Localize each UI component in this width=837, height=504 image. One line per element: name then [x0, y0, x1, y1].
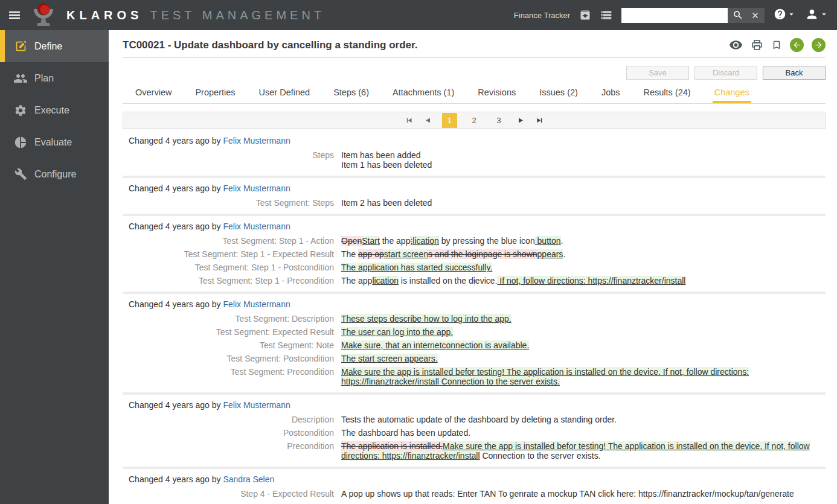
page-button-2[interactable]: 2	[467, 113, 482, 128]
project-link[interactable]: Finance Tracker	[514, 11, 570, 20]
change-value-line: Make sure the app is installed befor tes…	[341, 367, 818, 386]
change-block: Changed 4 years ago by Felix MustermannT…	[123, 292, 826, 392]
tab-changes[interactable]: Changes	[713, 85, 751, 103]
bookmark-icon[interactable]	[771, 39, 782, 51]
change-header: Changed 4 years ago by Sandra Selen	[129, 474, 826, 485]
tab-attachments-1[interactable]: Attachments (1)	[391, 85, 456, 103]
tab-overview[interactable]: Overview	[133, 85, 173, 103]
change-row-label: Test Segment: Step 1 - Expected Result	[129, 249, 334, 259]
discard-button[interactable]: Discard	[694, 66, 757, 80]
inserted-text: These steps describe how to log into the…	[341, 314, 512, 324]
users-icon	[13, 71, 28, 86]
author-link[interactable]: Felix Mustermann	[223, 136, 290, 145]
last-page-button[interactable]	[535, 116, 544, 125]
help-menu[interactable]	[774, 8, 796, 23]
change-row-value: The dashboard has been updated.	[341, 428, 470, 438]
brand-suffix: TEST MANAGEMENT	[150, 8, 325, 22]
sidebar-item-define[interactable]: Define	[0, 30, 109, 62]
author-link[interactable]: Felix Mustermann	[223, 183, 290, 193]
sidebar-item-execute[interactable]: Execute	[0, 94, 109, 126]
change-header: Changed 4 years ago by Felix Mustermann	[129, 183, 826, 194]
inserted-text: start screen	[384, 249, 428, 259]
author-link[interactable]: Sandra Selen	[223, 474, 274, 484]
sidebar-item-evaluate[interactable]: Evaluate	[0, 126, 109, 158]
change-row-label: Steps	[129, 150, 334, 170]
first-page-button[interactable]	[405, 116, 414, 125]
change-row-value: Make sure, that an internetconnection is…	[341, 340, 529, 350]
change-block: Changed 4 years ago by Sandra SelenStep …	[123, 467, 826, 504]
sidebar-item-label: Plan	[34, 73, 54, 84]
deleted-text: Open	[341, 236, 362, 246]
change-row: DescriptionTests the automatic update of…	[129, 415, 826, 424]
tab-results-24[interactable]: Results (24)	[642, 85, 693, 103]
tab-properties[interactable]: Properties	[193, 85, 237, 103]
storage-icon[interactable]	[600, 9, 612, 21]
unchanged-text: by pressing the blue icon	[439, 236, 535, 246]
user-menu[interactable]	[805, 7, 829, 24]
unchanged-text: Connection to the server exists.	[480, 451, 601, 461]
page-button-3[interactable]: 3	[492, 113, 507, 128]
inserted-text: The user can log into the app.	[341, 327, 453, 337]
unchanged-text: Item 2 has been deleted	[341, 198, 432, 208]
inserted-text: Start	[362, 236, 380, 246]
eye-icon[interactable]	[729, 38, 743, 52]
archive-icon[interactable]	[579, 9, 591, 21]
change-value-line: The application has started successfully…	[341, 263, 492, 272]
author-link[interactable]: Felix Mustermann	[223, 400, 290, 410]
change-row: Test Segment: Step 1 - ActionOpenStart t…	[129, 236, 826, 246]
change-row-label: Test Segment: Steps	[129, 198, 334, 208]
change-row-label: Description	[129, 415, 334, 424]
change-value-line: OpenStart the app;lication by pressing t…	[341, 236, 563, 246]
sidebar-item-configure[interactable]: Configure	[0, 158, 109, 190]
topbar: KLAROSTEST MANAGEMENT Finance Tracker	[0, 0, 837, 30]
change-row: Test Segment: Expected ResultThe user ca…	[129, 327, 826, 337]
change-when: Changed 4 years ago by	[129, 299, 223, 309]
tab-steps-6[interactable]: Steps (6)	[332, 85, 371, 103]
change-row-value: These steps describe how to log into the…	[341, 314, 512, 324]
menu-icon[interactable]	[0, 0, 29, 30]
change-header: Changed 4 years ago by Felix Mustermann	[129, 221, 826, 232]
change-row: Test Segment: DescriptionThese steps des…	[129, 314, 826, 324]
change-value-line: The start screen appears.	[341, 354, 438, 363]
author-link[interactable]: Felix Mustermann	[223, 222, 290, 231]
inserted-text: Make sure, that an internetconnection is…	[341, 340, 529, 350]
tab-jobs[interactable]: Jobs	[600, 85, 622, 103]
search-input[interactable]	[621, 8, 728, 23]
change-value-line: The application is installed.Make sure t…	[341, 441, 818, 461]
unchanged-text: Tests the automatic update of the dashbo…	[341, 415, 617, 424]
tab-user-defined[interactable]: User Defined	[257, 85, 312, 103]
page-button-1[interactable]: 1	[442, 113, 457, 128]
sidebar-item-plan[interactable]: Plan	[0, 62, 109, 94]
change-row-value: Make sure the app is installed befor tes…	[341, 367, 818, 386]
print-icon[interactable]	[751, 39, 763, 51]
user-icon	[805, 7, 819, 24]
unchanged-text: The app	[341, 276, 372, 285]
next-arrow-icon[interactable]	[812, 38, 826, 52]
unchanged-text: Item 1 has been deleted	[341, 160, 432, 170]
search-group	[621, 8, 765, 23]
change-row-value: The start screen appears.	[341, 354, 438, 363]
change-value-line: Item has been added	[341, 150, 432, 160]
inserted-text: lication	[412, 236, 439, 246]
unchanged-text: The dashboard has been updated.	[341, 428, 470, 438]
inserted-text: If not, follow directions: https://finan…	[497, 276, 685, 285]
change-row-label: Test Segment: Description	[129, 314, 334, 324]
back-button[interactable]: Back	[763, 66, 826, 80]
unchanged-text: .	[561, 236, 563, 246]
changes-list: Changed 4 years ago by Felix MustermannS…	[123, 130, 826, 504]
save-button[interactable]: Save	[626, 66, 689, 80]
inserted-text: The start screen appears.	[341, 354, 438, 363]
deleted-text: app op	[358, 249, 384, 259]
change-row-label: Test Segment: Step 1 - Postcondition	[129, 263, 334, 272]
clear-search-icon[interactable]	[751, 11, 760, 20]
author-link[interactable]: Felix Mustermann	[223, 299, 290, 309]
prev-page-button[interactable]	[423, 116, 432, 125]
tab-issues-2[interactable]: Issues (2)	[537, 85, 580, 103]
unchanged-text: the app	[380, 236, 411, 246]
change-value-line: A pop up shows up that reads: Enter TAN …	[341, 489, 794, 499]
tab-revisions[interactable]: Revisions	[476, 85, 518, 103]
next-page-button[interactable]	[516, 116, 525, 125]
prev-arrow-icon[interactable]	[790, 38, 804, 52]
pagination: 123	[123, 112, 826, 129]
search-icon[interactable]	[733, 10, 743, 21]
